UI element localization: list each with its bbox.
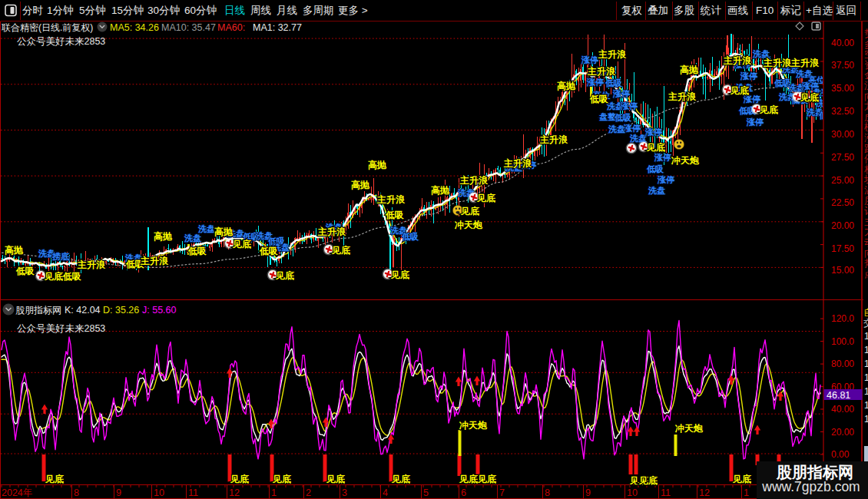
svg-text:低吸: 低吸: [614, 113, 631, 122]
svg-text:低吸: 低吸: [187, 246, 207, 256]
svg-text:统计: 统计: [700, 5, 722, 16]
svg-text:见底低吸: 见底低吸: [44, 271, 81, 282]
svg-text:20.00: 20.00: [831, 427, 854, 438]
svg-text:主升浪: 主升浪: [77, 259, 106, 270]
svg-text:低吸: 低吸: [646, 164, 664, 173]
svg-text:35.00: 35.00: [831, 83, 854, 94]
svg-text:点: 点: [864, 268, 868, 279]
svg-text:低吸: 低吸: [385, 210, 404, 220]
svg-text:见底: 见底: [230, 474, 249, 484]
svg-text:洗盘: 洗盘: [197, 224, 215, 233]
svg-text:46.81: 46.81: [827, 390, 850, 401]
svg-text:20.00: 20.00: [831, 220, 854, 231]
svg-text:画线: 画线: [727, 5, 748, 16]
svg-text:见底: 见底: [646, 142, 665, 153]
svg-text:见底: 见底: [460, 206, 479, 216]
svg-text:日线: 日线: [224, 5, 245, 16]
svg-text:30分钟: 30分钟: [147, 5, 180, 16]
svg-text:涨停: 涨停: [657, 175, 674, 184]
svg-text:洗盘: 洗盘: [648, 186, 665, 195]
svg-text:主升浪: 主升浪: [459, 175, 489, 186]
svg-text:更多 >: 更多 >: [338, 5, 368, 16]
svg-text:涨停: 涨停: [746, 117, 764, 127]
svg-text:冲天炮: 冲天炮: [671, 155, 700, 166]
svg-text:3: 3: [342, 487, 347, 498]
svg-text:主升浪: 主升浪: [140, 256, 169, 266]
svg-text:1: 1: [864, 372, 868, 383]
svg-text:涨停: 涨停: [623, 124, 641, 133]
svg-text:冲天炮: 冲天炮: [674, 423, 704, 434]
svg-text:见底: 见底: [391, 474, 410, 484]
svg-text:多股: 多股: [674, 5, 695, 16]
svg-text:见底: 见底: [331, 245, 350, 256]
svg-text:主升浪: 主升浪: [668, 91, 697, 102]
svg-text:冲天炮: 冲天炮: [454, 220, 483, 230]
svg-text:32.50: 32.50: [831, 106, 854, 117]
svg-text:37.50: 37.50: [831, 60, 854, 71]
svg-text:涨停: 涨停: [644, 127, 662, 137]
svg-text:40.00: 40.00: [831, 404, 854, 415]
svg-text:1: 1: [864, 359, 868, 369]
svg-text:60分钟: 60分钟: [184, 5, 217, 16]
svg-text:涨停: 涨停: [581, 55, 598, 64]
svg-text:J: 55.60: J: 55.60: [142, 305, 177, 316]
svg-text:高抛: 高抛: [214, 226, 234, 237]
svg-text:公众号美好未来2853: 公众号美好未来2853: [17, 323, 105, 334]
svg-text:见底: 见底: [638, 475, 658, 486]
svg-text:10: 10: [627, 487, 638, 498]
svg-text:盘整: 盘整: [599, 112, 616, 121]
svg-text:低吸: 低吸: [15, 266, 35, 276]
svg-text:1: 1: [864, 331, 868, 342]
svg-text:见底: 见底: [730, 85, 749, 96]
svg-text:涨停: 涨停: [740, 71, 757, 81]
svg-text:1: 1: [864, 414, 868, 425]
svg-text:0.00: 0.00: [831, 449, 850, 460]
svg-text:120.0: 120.0: [831, 313, 854, 324]
svg-text:返回: 返回: [836, 5, 856, 16]
svg-text:见底: 见底: [732, 474, 751, 484]
svg-text:低吸: 低吸: [259, 246, 278, 256]
svg-text:月线: 月线: [277, 5, 297, 16]
svg-text:主升浪主升浪: 主升浪主升浪: [763, 58, 820, 68]
svg-text:股朋指标网: 股朋指标网: [15, 305, 61, 316]
svg-text:1: 1: [271, 487, 277, 498]
svg-text:高抛: 高抛: [351, 180, 370, 190]
svg-text:MA1: 32.77: MA1: 32.77: [253, 22, 302, 33]
svg-text:9: 9: [116, 487, 121, 498]
svg-text:主升浪: 主升浪: [587, 66, 616, 77]
svg-text:27.50: 27.50: [831, 152, 854, 163]
svg-text:见底: 见底: [800, 92, 819, 103]
svg-text:主升浪: 主升浪: [598, 49, 627, 60]
svg-text:洗盘: 洗盘: [608, 124, 625, 134]
svg-text:2: 2: [306, 487, 311, 498]
svg-text:高抛: 高抛: [154, 231, 173, 242]
svg-text:高抛: 高抛: [431, 185, 450, 196]
svg-text:分时: 分时: [22, 5, 44, 16]
svg-text:11: 11: [661, 487, 671, 498]
svg-text:自: 自: [863, 307, 868, 318]
svg-text:5: 5: [423, 487, 429, 498]
svg-text:标记: 标记: [780, 5, 801, 16]
svg-text:低吸: 低吸: [589, 94, 608, 104]
svg-text:涨停: 涨停: [612, 89, 630, 98]
svg-text:8: 8: [545, 487, 550, 498]
svg-text:15.00: 15.00: [831, 265, 854, 276]
svg-text:6: 6: [461, 487, 466, 498]
svg-text:30.00: 30.00: [831, 129, 854, 140]
svg-text:12: 12: [699, 487, 710, 498]
svg-text:见底: 见底: [759, 104, 778, 115]
svg-text:多周期: 多周期: [303, 5, 334, 16]
svg-text:公众号美好未来2853: 公众号美好未来2853: [17, 36, 105, 47]
svg-text:见底: 见底: [275, 270, 294, 281]
svg-text:+自选: +自选: [806, 5, 833, 16]
svg-text:高抛: 高抛: [557, 81, 576, 91]
svg-text:洗盘: 洗盘: [184, 233, 201, 243]
svg-text:100.0: 100.0: [831, 336, 854, 347]
svg-text:K: 42.04: K: 42.04: [65, 305, 101, 316]
svg-text:17.50: 17.50: [831, 243, 854, 254]
svg-text:2024年: 2024年: [2, 487, 32, 498]
svg-text:1: 1: [744, 487, 749, 498]
svg-text:4: 4: [383, 487, 388, 498]
svg-text:MA5: 34.26: MA5: 34.26: [110, 22, 159, 33]
svg-text:7: 7: [499, 487, 505, 498]
